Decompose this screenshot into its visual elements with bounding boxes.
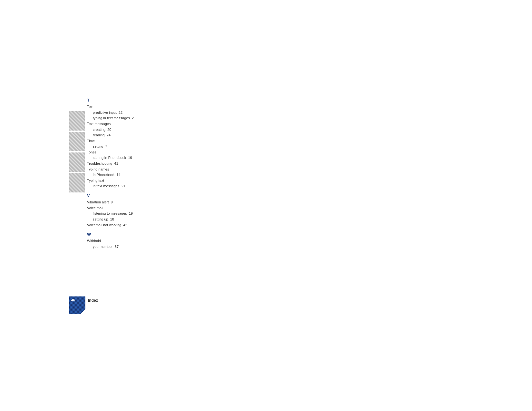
decorative-images — [69, 111, 85, 194]
index-label: Index — [88, 298, 98, 303]
list-item: Vibration alert 9 — [87, 200, 136, 205]
page-number-badge: 46 — [71, 298, 75, 302]
section-letter-v: V — [87, 192, 136, 199]
bottom-indicator: 46 Index — [69, 287, 98, 314]
list-item: storing in Phonebook 16 — [93, 155, 136, 161]
list-item: your number 37 — [93, 244, 136, 250]
list-item: Troubleshooting 41 — [87, 161, 136, 167]
list-item: Tones — [87, 150, 136, 155]
list-item: Time — [87, 138, 136, 144]
list-item: Typing names — [87, 167, 136, 172]
list-item: listening to messages 19 — [93, 211, 136, 217]
decorative-image-3 — [69, 152, 85, 172]
decorative-image-1 — [69, 111, 85, 131]
index-content: T Text predictive input 22 typing in tex… — [87, 97, 136, 250]
decorative-image-2 — [69, 132, 85, 151]
page-corner-decoration: 46 — [69, 296, 85, 314]
list-item: Typing text — [87, 178, 136, 184]
list-item: creating 20 — [93, 127, 136, 133]
list-item: in Phonebook 14 — [93, 172, 136, 178]
list-item: setting 7 — [93, 144, 136, 150]
list-item: Voicemail not working 42 — [87, 222, 136, 228]
list-item: Voice mail — [87, 205, 136, 211]
list-item: predictive input 22 — [93, 110, 136, 116]
list-item: Withhold — [87, 238, 136, 244]
page-container: T Text predictive input 22 typing in tex… — [87, 95, 136, 250]
list-item: Text — [87, 104, 136, 110]
list-item: reading 24 — [93, 132, 136, 138]
list-item: Text messages — [87, 121, 136, 127]
list-item: setting up 18 — [93, 217, 136, 222]
decorative-image-4 — [69, 173, 85, 192]
list-item: typing in text messages 21 — [93, 115, 136, 121]
section-letter-t: T — [87, 97, 136, 103]
section-letter-w: W — [87, 231, 136, 238]
list-item: in text messages 21 — [93, 183, 136, 189]
